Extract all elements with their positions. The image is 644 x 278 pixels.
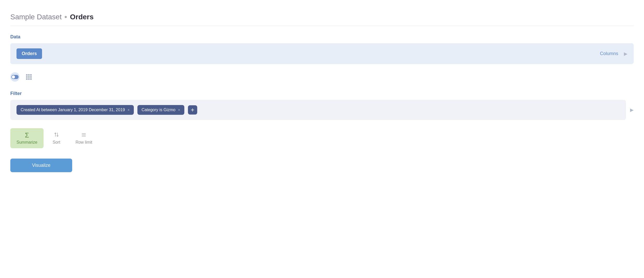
columns-arrow[interactable]: ▶ (624, 51, 628, 57)
filter-chip-date-text: Created At between January 1, 2019 Decem… (21, 108, 125, 112)
actions-row: Σ Summarize Sort Row limit (10, 128, 634, 148)
header-breadcrumb: Sample Dataset Orders (10, 8, 634, 26)
data-row-container: Orders Columns ▶ (10, 43, 634, 64)
sort-label: Sort (53, 140, 60, 145)
table-name: Orders (70, 13, 94, 21)
grid-view-icon (26, 74, 32, 80)
summarize-label: Summarize (16, 140, 37, 145)
filter-arrow[interactable]: ▶ (630, 107, 634, 113)
grid-view-button[interactable] (24, 72, 34, 82)
visualize-button[interactable]: Visualize (10, 159, 72, 172)
data-section: Data Orders Columns ▶ (10, 34, 634, 64)
summarize-button[interactable]: Σ Summarize (10, 128, 44, 148)
filter-chip-category-close[interactable]: × (178, 108, 180, 112)
row-limit-icon (81, 132, 87, 138)
data-row-right: Columns ▶ (600, 51, 628, 57)
sort-icon (54, 132, 59, 138)
filter-section: Filter Created At between January 1, 201… (10, 91, 634, 120)
row-limit-label: Row limit (76, 140, 92, 145)
columns-link[interactable]: Columns (600, 51, 618, 56)
filter-chip-category[interactable]: Category is Gizmo × (137, 105, 184, 115)
sort-button[interactable]: Sort (44, 128, 69, 148)
filter-chip-category-text: Category is Gizmo (142, 108, 176, 112)
data-section-label: Data (10, 34, 634, 40)
filter-chip-date[interactable]: Created At between January 1, 2019 Decem… (16, 105, 134, 115)
breadcrumb-dot (65, 16, 67, 18)
sigma-icon: Σ (25, 132, 29, 138)
filter-section-label: Filter (10, 91, 634, 96)
add-filter-button[interactable]: + (188, 105, 197, 115)
orders-button[interactable]: Orders (16, 48, 42, 59)
filter-chip-date-close[interactable]: × (128, 108, 130, 112)
toggle-view-icon (11, 75, 19, 79)
dataset-name[interactable]: Sample Dataset (10, 13, 62, 21)
view-icons-row (10, 70, 634, 84)
row-limit-button[interactable]: Row limit (69, 128, 98, 148)
toggle-view-button[interactable] (10, 72, 20, 82)
filter-row: Created At between January 1, 2019 Decem… (10, 100, 626, 120)
